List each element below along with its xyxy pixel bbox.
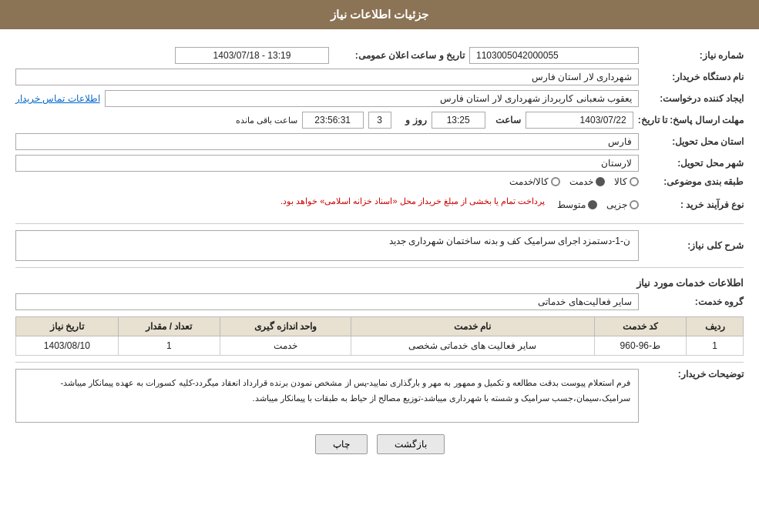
- col-code: کد خدمت: [594, 317, 686, 336]
- need-number-label: شماره نیاز:: [643, 50, 744, 61]
- deadline-time: 13:25: [432, 112, 485, 129]
- cell-date: 1403/08/10: [16, 336, 119, 356]
- province-label: استان محل تحویل:: [643, 136, 744, 147]
- col-name: نام خدمت: [351, 317, 595, 336]
- col-row: ردیف: [687, 317, 744, 336]
- service-group-value: سایر فعالیت‌های خدماتی: [15, 293, 639, 310]
- creator-contact-link[interactable]: اطلاعات تماس خریدار: [15, 93, 100, 104]
- purchase-type-label: نوع فرآیند خرید :: [643, 199, 744, 210]
- need-desc-value: ن-1-دستمزد اجرای سرامیک کف و بدنه ساختما…: [15, 230, 639, 261]
- category-option-khedmat[interactable]: خدمت: [569, 176, 605, 187]
- announce-date-label: تاریخ و ساعت اعلان عمومی:: [334, 50, 465, 61]
- announce-date-value: 1403/07/18 - 13:19: [175, 47, 329, 64]
- page-title: جزئیات اطلاعات نیاز: [331, 8, 428, 21]
- services-section-title: اطلاعات خدمات مورد نیاز: [15, 277, 744, 289]
- province-value: فارس: [15, 133, 639, 150]
- cell-unit: خدمت: [220, 336, 351, 356]
- buyer-org-value: شهرداری لار استان فارس: [15, 69, 639, 85]
- category-option-kala[interactable]: کالا: [614, 176, 639, 187]
- radio-kala-khedmat-icon: [551, 177, 560, 186]
- deadline-date: 1403/07/22: [526, 112, 633, 129]
- category-option-kala-khedmat[interactable]: کالا/خدمت: [509, 176, 560, 187]
- col-unit: واحد اندازه گیری: [220, 317, 351, 336]
- radio-kala-icon: [630, 177, 639, 186]
- radio-khedmat-icon: [596, 177, 605, 186]
- cell-code: ط-96-960: [594, 336, 686, 356]
- need-number-value: 1103005042000055: [469, 47, 639, 64]
- cell-name: سایر فعالیت های خدماتی شخصی: [351, 336, 595, 356]
- col-qty: تعداد / مقدار: [118, 317, 220, 336]
- col-date: تاریخ نیاز: [16, 317, 119, 336]
- purchase-type-jozi[interactable]: جزیی: [606, 199, 639, 210]
- deadline-days-label: روز و: [396, 115, 427, 125]
- category-label: طبقه بندی موضوعی:: [643, 176, 744, 187]
- radio-motavasset-icon: [588, 200, 597, 209]
- category-options: کالا خدمت کالا/خدمت: [509, 176, 639, 187]
- purchase-type-motavasset[interactable]: متوسط: [557, 199, 597, 210]
- creator-label: ایجاد کننده درخواست:: [643, 93, 744, 104]
- deadline-remaining-label: ساعت باقی مانده: [236, 115, 297, 125]
- deadline-remaining: 23:56:31: [302, 112, 364, 129]
- services-table: ردیف کد خدمت نام خدمت واحد اندازه گیری ت…: [15, 316, 744, 356]
- page-header: جزئیات اطلاعات نیاز: [0, 0, 759, 29]
- back-button[interactable]: بازگشت: [377, 434, 445, 454]
- buyer-org-label: نام دستگاه خریدار:: [643, 72, 744, 82]
- radio-jozi-icon: [630, 200, 639, 209]
- deadline-days: 3: [368, 112, 391, 129]
- need-desc-label: شرح کلی نیاز:: [643, 240, 744, 251]
- city-value: لارستان: [15, 155, 639, 172]
- service-group-label: گروه خدمت:: [643, 296, 744, 307]
- cell-row: 1: [687, 336, 744, 356]
- creator-value: یعقوب شعبانی کاربرداز شهرداری لار استان …: [105, 90, 639, 107]
- cell-qty: 1: [118, 336, 220, 356]
- action-buttons: بازگشت چاپ: [15, 434, 744, 454]
- city-label: شهر محل تحویل:: [643, 158, 744, 169]
- purchase-type-options: جزیی متوسط: [557, 199, 639, 210]
- buyer-notes-label: توضیحات خریدار:: [643, 369, 744, 380]
- buyer-notes-value: فرم استعلام پیوست بدقت مطالعه و تکمیل و …: [15, 369, 639, 423]
- purchase-notice: پرداخت تمام یا بخشی از مبلغ خریداز محل «…: [15, 192, 552, 211]
- print-button[interactable]: چاپ: [315, 434, 368, 454]
- deadline-time-label: ساعت: [490, 115, 521, 125]
- deadline-label: مهلت ارسال پاسخ: تا تاریخ:: [638, 115, 744, 125]
- table-row: 1 ط-96-960 سایر فعالیت های خدماتی شخصی خ…: [16, 336, 744, 356]
